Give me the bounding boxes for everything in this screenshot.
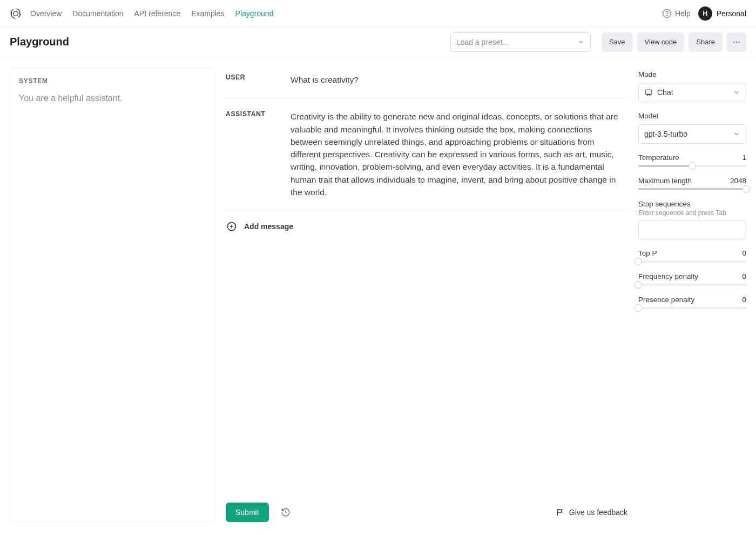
stop-label: Stop sequences bbox=[638, 200, 746, 208]
chevron-down-icon bbox=[733, 130, 740, 138]
stop-hint: Enter sequence and press Tab bbox=[638, 209, 746, 217]
temperature-slider[interactable] bbox=[638, 165, 746, 167]
system-placeholder: You are a helpful assistant. bbox=[19, 93, 206, 103]
messages-list: USER What is creativity? ASSISTANT Creat… bbox=[226, 68, 627, 498]
share-button[interactable]: Share bbox=[688, 32, 723, 52]
message-row-assistant[interactable]: ASSISTANT Creativity is the ability to g… bbox=[226, 98, 627, 211]
more-button[interactable] bbox=[727, 32, 746, 52]
top-p-label: Top P bbox=[638, 249, 657, 257]
chevron-down-icon bbox=[733, 89, 740, 96]
svg-point-2 bbox=[666, 15, 667, 16]
chat-column: USER What is creativity? ASSISTANT Creat… bbox=[226, 68, 627, 522]
page-title: Playground bbox=[10, 36, 69, 48]
nav-documentation[interactable]: Documentation bbox=[72, 9, 123, 18]
account-menu[interactable]: H Personal bbox=[698, 6, 746, 21]
openai-logo-icon bbox=[10, 8, 22, 19]
submit-button[interactable]: Submit bbox=[226, 503, 269, 522]
setting-presence-penalty: Presence penalty 0 bbox=[638, 296, 746, 309]
setting-frequency-penalty: Frequency penalty 0 bbox=[638, 272, 746, 286]
freq-penalty-label: Frequency penalty bbox=[638, 272, 698, 280]
message-text[interactable]: What is creativity? bbox=[291, 73, 627, 86]
role-label: USER bbox=[226, 73, 291, 86]
mode-label: Mode bbox=[638, 70, 746, 78]
setting-temperature: Temperature 1 bbox=[638, 153, 746, 167]
freq-penalty-slider[interactable] bbox=[638, 284, 746, 286]
workspace: SYSTEM You are a helpful assistant. USER… bbox=[0, 57, 756, 535]
mode-select[interactable]: Chat bbox=[638, 83, 746, 102]
feedback-label: Give us feedback bbox=[569, 508, 627, 517]
freq-penalty-value: 0 bbox=[742, 272, 746, 280]
footer-row: Submit Give us feedback bbox=[226, 498, 627, 522]
svg-rect-7 bbox=[645, 90, 652, 94]
svg-point-5 bbox=[738, 41, 739, 42]
message-text[interactable]: Creativity is the ability to generate ne… bbox=[291, 110, 627, 198]
temperature-value: 1 bbox=[742, 153, 746, 162]
account-name: Personal bbox=[717, 9, 746, 18]
add-message-label: Add message bbox=[244, 222, 293, 231]
avatar: H bbox=[698, 6, 712, 21]
model-value: gpt-3.5-turbo bbox=[644, 130, 687, 138]
top-p-slider[interactable] bbox=[638, 260, 746, 263]
message-row-user[interactable]: USER What is creativity? bbox=[226, 68, 627, 98]
top-nav: Overview Documentation API reference Exa… bbox=[0, 0, 756, 27]
setting-model: Model gpt-3.5-turbo bbox=[638, 112, 746, 144]
max-length-label: Maximum length bbox=[638, 177, 692, 185]
nav-examples[interactable]: Examples bbox=[191, 9, 224, 18]
help-label: Help bbox=[675, 9, 691, 18]
system-label: SYSTEM bbox=[19, 77, 206, 85]
system-panel[interactable]: SYSTEM You are a helpful assistant. bbox=[10, 68, 215, 522]
model-select[interactable]: gpt-3.5-turbo bbox=[638, 124, 746, 144]
stop-input[interactable] bbox=[638, 220, 746, 239]
top-p-value: 0 bbox=[742, 249, 746, 257]
feedback-link[interactable]: Give us feedback bbox=[556, 508, 627, 517]
history-icon bbox=[281, 507, 291, 517]
nav-overview[interactable]: Overview bbox=[30, 9, 62, 18]
presence-penalty-value: 0 bbox=[742, 296, 746, 304]
max-length-slider[interactable] bbox=[638, 188, 746, 190]
help-icon bbox=[662, 9, 672, 18]
presence-penalty-slider[interactable] bbox=[638, 307, 746, 309]
role-label: ASSISTANT bbox=[226, 110, 291, 198]
history-button[interactable] bbox=[276, 503, 295, 521]
preset-placeholder: Load a preset... bbox=[456, 38, 509, 46]
flag-icon bbox=[556, 508, 565, 517]
setting-mode: Mode Chat bbox=[638, 70, 746, 102]
svg-point-0 bbox=[14, 11, 18, 16]
preset-select[interactable]: Load a preset... bbox=[450, 32, 591, 52]
nav-links: Overview Documentation API reference Exa… bbox=[30, 9, 273, 18]
setting-top-p: Top P 0 bbox=[638, 249, 746, 263]
logo bbox=[10, 8, 30, 19]
setting-stop-sequences: Stop sequences Enter sequence and press … bbox=[638, 200, 746, 239]
add-message-button[interactable]: Add message bbox=[226, 211, 627, 242]
chat-icon bbox=[644, 88, 653, 97]
ellipsis-icon bbox=[732, 38, 741, 46]
model-label: Model bbox=[638, 112, 746, 120]
view-code-button[interactable]: View code bbox=[637, 32, 685, 52]
settings-column: Mode Chat Model gpt-3.5-turbo Temperatur… bbox=[638, 68, 746, 522]
temperature-label: Temperature bbox=[638, 153, 679, 162]
svg-point-4 bbox=[736, 41, 737, 42]
presence-penalty-label: Presence penalty bbox=[638, 296, 694, 304]
help-link[interactable]: Help bbox=[662, 9, 691, 18]
nav-playground[interactable]: Playground bbox=[235, 9, 274, 18]
nav-api-reference[interactable]: API reference bbox=[134, 9, 181, 18]
mode-value: Chat bbox=[657, 88, 673, 97]
max-length-value: 2048 bbox=[730, 177, 746, 185]
sub-header: Playground Load a preset... Save View co… bbox=[0, 27, 756, 57]
chevron-down-icon bbox=[577, 38, 585, 46]
save-button[interactable]: Save bbox=[602, 32, 633, 52]
svg-point-3 bbox=[733, 41, 734, 42]
plus-circle-icon bbox=[226, 220, 238, 232]
setting-max-length: Maximum length 2048 bbox=[638, 177, 746, 190]
